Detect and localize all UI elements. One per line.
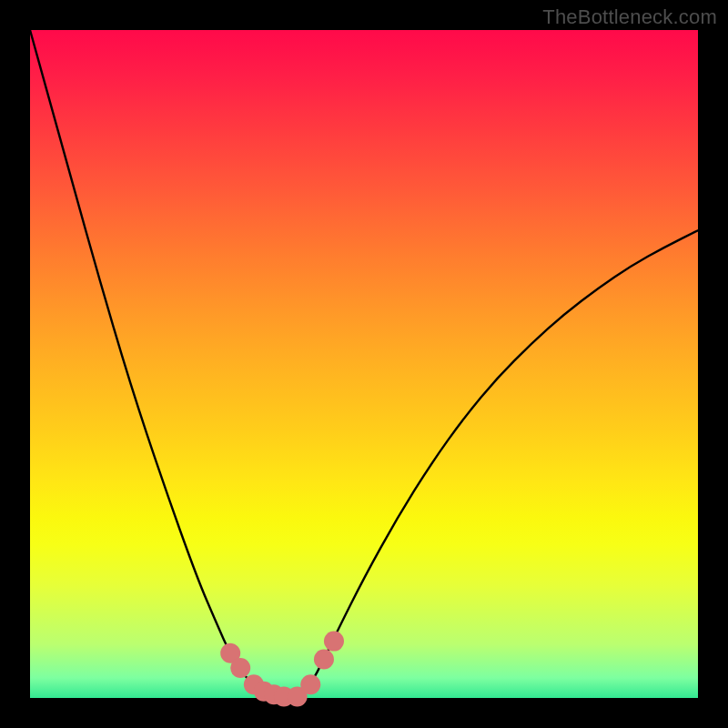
plot-area [30,30,698,698]
watermark-text: TheBottleneck.com [542,5,717,29]
curve-markers [220,632,344,707]
bottleneck-curve [30,30,698,698]
marker-dot [324,632,344,652]
marker-dot [314,649,334,669]
chart-svg [30,30,698,698]
marker-dot [230,658,250,678]
marker-dot [300,674,320,694]
outer-frame: TheBottleneck.com [0,0,728,728]
